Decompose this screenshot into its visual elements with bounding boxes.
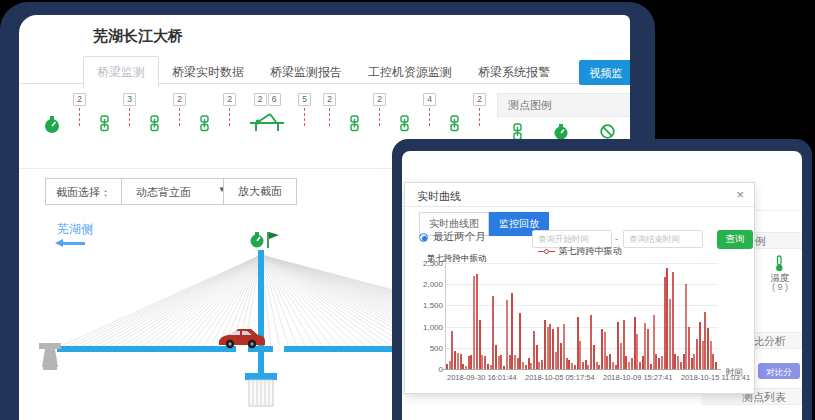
compare-analysis-button[interactable]: 对比分析 (758, 363, 800, 379)
bearing-icon (248, 112, 286, 136)
sensor-count-badge[interactable]: 5 (298, 93, 311, 106)
bar (620, 343, 622, 369)
tab-桥梁监测报告[interactable]: 桥梁监测报告 (257, 57, 355, 87)
bar (593, 345, 595, 369)
link-sensor-icon[interactable] (148, 93, 161, 136)
bar (528, 358, 530, 369)
sensor-point[interactable]: 5 (298, 93, 311, 126)
tab-工控机资源监测[interactable]: 工控机资源监测 (355, 57, 465, 87)
bar (563, 324, 565, 369)
bar (555, 352, 557, 369)
bar (710, 341, 712, 369)
close-icon[interactable]: × (736, 187, 744, 202)
sensor-count-badge[interactable]: 2 (254, 93, 267, 106)
bar (522, 362, 524, 369)
bar (666, 268, 668, 369)
bar (655, 354, 657, 369)
left-pier (39, 343, 61, 370)
bar (473, 276, 475, 369)
main-tabs: 桥梁监测桥梁实时数据桥梁监测报告工控机资源监测桥梁系统报警 (19, 55, 630, 84)
recent-two-months-radio[interactable] (419, 233, 428, 242)
section-select[interactable]: 截面选择： 动态背立面 ▼ (45, 178, 235, 205)
link-sensor-icon[interactable] (448, 93, 461, 136)
sensor-strip: 23222652242 (43, 93, 493, 143)
bar (492, 296, 494, 369)
bar (533, 331, 535, 369)
bar (661, 356, 663, 369)
dashed-line (304, 108, 305, 126)
sensor-count-badge[interactable]: 2 (373, 93, 386, 106)
section-select-value[interactable]: 动态背立面 (122, 179, 218, 204)
bar (451, 331, 453, 369)
bar (547, 327, 549, 369)
sensor-count-badge[interactable]: 2 (73, 93, 86, 106)
sensor-point[interactable]: 2 (73, 93, 86, 126)
sensor-point[interactable]: 2 (223, 93, 236, 126)
gauge-icon[interactable] (43, 93, 61, 138)
bar (617, 322, 619, 369)
link-sensor-icon[interactable] (348, 93, 361, 136)
sensor-count-badge[interactable]: 2 (323, 93, 336, 106)
enlarge-section-button[interactable]: 放大截面 (223, 178, 297, 205)
y-tick-label: 500 (411, 344, 443, 353)
sensor-point[interactable]: 2 (173, 93, 186, 126)
bar (590, 315, 592, 369)
x-tick-label: 2018-09-30 16:01:44 (447, 373, 527, 382)
bar (557, 327, 559, 369)
dialog-header: 实时曲线 × (405, 183, 754, 207)
link-sensor-icon[interactable] (198, 93, 211, 136)
sensor-count-badge[interactable]: 3 (123, 93, 136, 106)
popup-window: 测点图例 温度 ( 9 ) 对比分析 对比分析 测点列表 实时曲线 × 实时曲线… (402, 151, 802, 420)
bar (479, 320, 481, 369)
bar (498, 356, 500, 369)
bar (506, 300, 508, 369)
video-monitor-button[interactable]: 视频监控 (579, 60, 630, 85)
bar (704, 312, 706, 369)
bar (628, 362, 630, 369)
tab-桥梁系统报警[interactable]: 桥梁系统报警 (465, 57, 563, 87)
dashed-line (479, 108, 480, 126)
sensor-count-badge[interactable]: 4 (423, 93, 436, 106)
sensor-count-badge[interactable]: 2 (173, 93, 186, 106)
link-sensor-icon[interactable] (98, 93, 111, 136)
bar (693, 354, 695, 369)
y-tick-label: 2,000 (411, 280, 443, 289)
sensor-count-badge[interactable]: 6 (268, 93, 281, 106)
bar (577, 317, 579, 369)
bar (639, 362, 641, 369)
desktop: 芜湖长江大桥 桥梁监测桥梁实时数据桥梁监测报告工控机资源监测桥梁系统报警 视频监… (0, 0, 815, 420)
bar (457, 353, 459, 369)
bar (672, 272, 674, 370)
sensor-point[interactable]: 2 (473, 93, 486, 126)
tab-桥梁实时数据[interactable]: 桥梁实时数据 (159, 57, 257, 87)
y-tick-label: 1,500 (411, 301, 443, 310)
link-sensor-icon[interactable] (398, 93, 411, 136)
sensor-count-badge[interactable]: 2 (223, 93, 236, 106)
sensor-point[interactable]: 2 (373, 93, 386, 126)
y-tick-label: 1,000 (411, 323, 443, 332)
tab-桥梁监测[interactable]: 桥梁监测 (83, 56, 159, 88)
bar (625, 356, 627, 369)
sensor-point[interactable]: 2 (323, 93, 336, 126)
bar (653, 315, 655, 369)
thermometer-icon (774, 255, 785, 272)
bar (566, 358, 568, 369)
bar (495, 345, 497, 369)
bearing-sensor-cluster[interactable]: 26 (248, 93, 286, 136)
x-axis (443, 369, 721, 370)
bar (674, 354, 676, 369)
y-tick-label: 0 (411, 365, 443, 374)
bar (468, 356, 470, 369)
bar (454, 351, 456, 369)
bar (685, 284, 687, 369)
bar (476, 274, 478, 369)
sensor-point[interactable]: 4 (423, 93, 436, 126)
bar (509, 355, 511, 369)
dashed-line (379, 108, 380, 126)
sensor-point[interactable]: 3 (123, 93, 136, 126)
bar (484, 356, 486, 369)
sensor-count-badge[interactable]: 2 (473, 93, 486, 106)
bar (538, 362, 540, 369)
bar (460, 354, 462, 369)
bar (560, 343, 562, 369)
